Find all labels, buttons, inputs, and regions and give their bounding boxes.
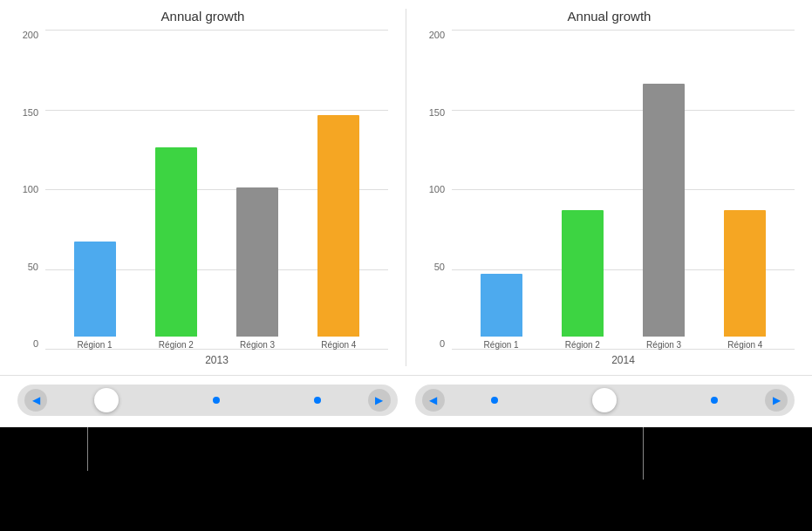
chart-1-container: Annual growth 050100150200 Région 1Régio… bbox=[0, 0, 406, 375]
bar-group: Région 3 bbox=[640, 84, 688, 350]
bar-label: Région 3 bbox=[240, 340, 275, 350]
sliders-area: ◀ ▶ ◀ ▶ bbox=[0, 375, 812, 427]
chevron-left-icon-2: ◀ bbox=[429, 394, 437, 406]
annotation-line-right bbox=[643, 427, 644, 480]
chart-1-y-axis: 050100150200 bbox=[17, 31, 45, 375]
y-axis-label: 100 bbox=[23, 185, 38, 194]
slider-2-dot-1 bbox=[491, 397, 498, 404]
chart-1-year: 2013 bbox=[45, 350, 388, 375]
bar-group: Région 1 bbox=[71, 242, 119, 350]
chart-2-container: Annual growth 050100150200 Région 1Régio… bbox=[406, 0, 812, 375]
bar-label: Région 2 bbox=[565, 340, 600, 350]
bar bbox=[481, 274, 522, 337]
bar bbox=[562, 210, 604, 337]
bar-label: Région 4 bbox=[321, 340, 356, 350]
slider-2-track[interactable]: ◀ ▶ bbox=[415, 385, 795, 416]
bar bbox=[724, 210, 766, 337]
bar-label: Région 1 bbox=[484, 340, 519, 350]
bar bbox=[236, 187, 278, 337]
bar-group: Région 2 bbox=[152, 147, 200, 351]
chart-1-area: Région 1Région 2Région 3Région 4 2013 bbox=[45, 31, 388, 375]
y-axis-label: 0 bbox=[33, 339, 38, 349]
slider-2-right-btn[interactable]: ▶ bbox=[765, 389, 788, 412]
charts-area: Annual growth 050100150200 Région 1Régio… bbox=[0, 0, 812, 375]
chart-2-grid: Région 1Région 2Région 3Région 4 bbox=[452, 31, 795, 350]
y-axis-label: 200 bbox=[429, 31, 445, 40]
chart-2-title: Annual growth bbox=[568, 9, 652, 24]
slider-1-track[interactable]: ◀ ▶ bbox=[17, 385, 398, 416]
bar-group: Région 1 bbox=[477, 274, 525, 351]
chevron-left-icon-1: ◀ bbox=[32, 394, 40, 406]
bar-label: Région 1 bbox=[78, 340, 113, 350]
slider-2-inner bbox=[445, 388, 766, 412]
annotation-line-left bbox=[87, 427, 88, 471]
slider-2-left-btn[interactable]: ◀ bbox=[422, 389, 445, 412]
chart-2-y-axis: 050100150200 bbox=[424, 31, 452, 375]
slider-2-dot-2 bbox=[711, 397, 718, 404]
y-axis-label: 150 bbox=[429, 108, 445, 118]
slider-2-thumb[interactable] bbox=[592, 388, 617, 412]
bar-label: Région 4 bbox=[727, 340, 762, 350]
bar-group: Région 4 bbox=[721, 210, 769, 350]
bar-group: Région 2 bbox=[558, 210, 606, 350]
chart-1-title: Annual growth bbox=[161, 9, 245, 24]
slider-1-inner bbox=[47, 388, 368, 412]
bar bbox=[643, 84, 685, 337]
y-axis-label: 150 bbox=[23, 108, 38, 118]
slider-1-dot-1 bbox=[213, 397, 220, 404]
chart-2-wrapper: 050100150200 Région 1Région 2Région 3Rég… bbox=[424, 31, 795, 375]
bar bbox=[74, 242, 116, 337]
slider-1-left-btn[interactable]: ◀ bbox=[24, 389, 47, 412]
chart-2-year: 2014 bbox=[452, 350, 795, 375]
y-axis-label: 200 bbox=[23, 31, 38, 40]
slider-1-thumb[interactable] bbox=[94, 388, 119, 412]
chart-1-bars: Région 1Région 2Région 3Région 4 bbox=[45, 31, 388, 350]
annotation-area bbox=[0, 427, 812, 531]
bar bbox=[155, 147, 197, 337]
y-axis-label: 50 bbox=[28, 262, 38, 272]
chart-2-area: Région 1Région 2Région 3Région 4 2014 bbox=[452, 31, 795, 375]
bar-group: Région 4 bbox=[315, 115, 363, 350]
bar-label: Région 2 bbox=[159, 340, 194, 350]
bar bbox=[317, 115, 359, 337]
slider-1-dot-2 bbox=[314, 397, 321, 404]
bar-group: Région 3 bbox=[234, 187, 282, 350]
y-axis-label: 0 bbox=[440, 339, 445, 349]
chart-1-grid: Région 1Région 2Région 3Région 4 bbox=[45, 31, 388, 350]
bar-label: Région 3 bbox=[646, 340, 681, 350]
chart-1-wrapper: 050100150200 Région 1Région 2Région 3Rég… bbox=[17, 31, 388, 375]
slider-1-right-btn[interactable]: ▶ bbox=[368, 389, 391, 412]
chart-2-bars: Région 1Région 2Région 3Région 4 bbox=[452, 31, 795, 350]
chevron-right-icon-2: ▶ bbox=[773, 394, 781, 406]
y-axis-label: 50 bbox=[434, 262, 445, 272]
chevron-right-icon-1: ▶ bbox=[375, 394, 383, 406]
y-axis-label: 100 bbox=[429, 185, 445, 194]
